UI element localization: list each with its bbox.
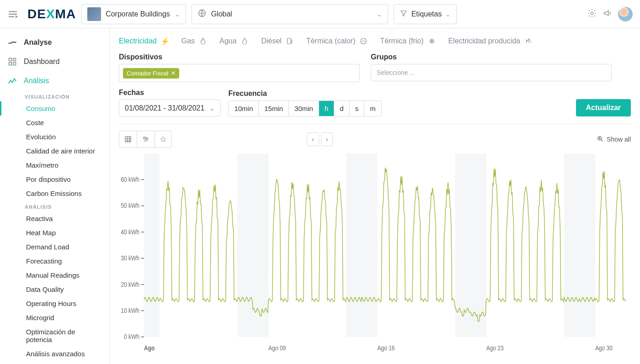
svg-text:Ago 23: Ago 23: [486, 344, 504, 352]
snow-icon: ❄: [427, 37, 437, 46]
svg-text:20 kWh: 20 kWh: [121, 281, 139, 288]
dispositivos-input[interactable]: Contador Fiscal ✕: [119, 64, 360, 82]
grupos-input[interactable]: Seleccione ...: [371, 64, 612, 81]
dispositivo-chip: Contador Fiscal ✕: [123, 68, 179, 79]
chart-prev-button[interactable]: ‹: [307, 132, 319, 146]
freq-d[interactable]: d: [334, 101, 349, 116]
settings-icon[interactable]: [587, 8, 597, 20]
svg-text:Ago 30: Ago 30: [595, 344, 613, 352]
sidebar-sub-evolución[interactable]: Evolución: [0, 130, 109, 144]
chart-nav: ‹ ›: [307, 132, 333, 146]
analisis-icon: [7, 76, 17, 86]
chart-tool-group: ☆: [119, 131, 172, 148]
tab-diesel[interactable]: Diésel: [261, 37, 294, 46]
date-range-select[interactable]: 01/08/2021 - 31/08/2021 ⌄: [119, 100, 221, 116]
vis-heading: VISUALIZACIÓN: [0, 90, 109, 101]
tab-electricidad-prod[interactable]: Electricidad producida: [448, 37, 533, 46]
chevron-down-icon: ⌄: [175, 11, 180, 18]
frecuencia-label: Frecuencia: [228, 90, 381, 98]
menu-toggle-icon[interactable]: [7, 9, 18, 20]
sidebar-sub-análisis-avanzados[interactable]: Análisis avanzados: [0, 347, 109, 361]
sidebar-consultas[interactable]: › Consultas: [0, 361, 109, 364]
chip-close-icon[interactable]: ✕: [171, 70, 176, 76]
svg-text:60 kWh: 60 kWh: [121, 176, 139, 183]
freq-h[interactable]: h: [319, 101, 334, 116]
tags-label: Etiquetas: [411, 10, 442, 18]
sidebar-analyse[interactable]: Analyse: [0, 33, 109, 52]
svg-rect-11: [144, 153, 160, 337]
sidebar-sub-operating-hours[interactable]: Operating Hours: [0, 296, 109, 311]
sidebar-sub-manual-readings[interactable]: Manual Readings: [0, 268, 109, 282]
svg-text:50 kWh: 50 kWh: [121, 202, 139, 209]
freq-10min[interactable]: 10min: [229, 101, 259, 116]
tab-electricidad[interactable]: Electricidad⚡: [119, 37, 170, 46]
sidebar-sub-demand-load[interactable]: Demand Load: [0, 240, 109, 254]
sidebar-sub-maxímetro[interactable]: Maxímetro: [0, 158, 109, 172]
show-all-button[interactable]: Show all: [597, 135, 631, 144]
tab-gas[interactable]: Gas: [181, 37, 208, 46]
svg-text:Ago 09: Ago 09: [268, 344, 286, 352]
sidebar-sub-calidad-de-aire-interior[interactable]: Calidad de aire interior: [0, 144, 109, 158]
grupos-label: Grupos: [371, 53, 612, 61]
svg-text:30 kWh: 30 kWh: [121, 254, 139, 262]
building-thumb: [87, 7, 101, 21]
sidebar-sub-por-dispositivo[interactable]: Por dispositivo: [0, 172, 109, 186]
topbar: DEXMA Corporate Buildings ⌄ Global ⌄ Eti…: [0, 0, 640, 28]
sidebar-sub-data-quality[interactable]: Data Quality: [0, 282, 109, 296]
chevron-down-icon: ⌄: [377, 11, 382, 18]
chart-next-button[interactable]: ›: [321, 132, 333, 146]
prod-icon: [524, 37, 533, 46]
sidebar-sub-reactiva[interactable]: Reactiva: [0, 211, 109, 226]
tab-termica-calor[interactable]: Térmica (calor): [306, 37, 368, 46]
actualizar-button[interactable]: Actualizar: [576, 99, 631, 116]
sidebar-sub-carbon-emissions[interactable]: Carbon Emissions: [0, 186, 109, 200]
sidebar: Analyse Dashboard Análisis VISUALIZACIÓN…: [0, 28, 110, 364]
sidebar-sub-consumo[interactable]: Consumo: [0, 101, 109, 116]
heat-icon: [359, 37, 368, 46]
energy-tabs: Electricidad⚡ Gas Agua Diésel Térmica (c…: [119, 37, 631, 46]
sidebar-sub-optimización-de-potencia[interactable]: Optimización de potencia: [0, 325, 109, 347]
share-icon[interactable]: [137, 131, 155, 148]
svg-text:Ago: Ago: [144, 344, 155, 352]
content: Electricidad⚡ Gas Agua Diésel Térmica (c…: [110, 28, 640, 364]
fuel-icon: [285, 37, 294, 46]
svg-point-9: [146, 137, 148, 140]
svg-rect-4: [9, 63, 12, 65]
announce-icon[interactable]: [603, 8, 613, 20]
tags-selector[interactable]: Etiquetas ⌄: [394, 4, 457, 24]
sidebar-sub-forecasting[interactable]: Forecasting: [0, 254, 109, 268]
drop-icon: [240, 37, 249, 46]
sidebar-sub-microgrid[interactable]: Microgrid: [0, 311, 109, 325]
svg-rect-13: [346, 153, 377, 337]
building-selector[interactable]: Corporate Buildings ⌄: [81, 4, 186, 24]
logo: DEXMA: [27, 7, 76, 21]
freq-30min[interactable]: 30min: [289, 101, 319, 116]
sidebar-sub-coste[interactable]: Coste: [0, 116, 109, 130]
sidebar-analisis[interactable]: Análisis: [0, 71, 109, 90]
svg-point-1: [591, 12, 593, 15]
grid-icon[interactable]: [119, 131, 137, 148]
tab-termica-frio[interactable]: Térmica (frio)❄: [380, 37, 436, 46]
filter-icon: [400, 9, 408, 19]
bolt-icon: ⚡: [160, 37, 170, 46]
sidebar-sub-heat-map[interactable]: Heat Map: [0, 226, 109, 240]
fechas-label: Fechas: [119, 89, 221, 97]
svg-text:40 kWh: 40 kWh: [121, 228, 139, 236]
star-icon[interactable]: ☆: [155, 131, 171, 148]
freq-s[interactable]: s: [350, 101, 365, 116]
ana-heading: ANÁLISIS: [0, 200, 109, 211]
avatar[interactable]: [618, 7, 633, 21]
svg-text:0 kWh: 0 kWh: [124, 333, 139, 340]
sidebar-dashboard[interactable]: Dashboard: [0, 52, 109, 71]
dispositivos-label: Dispositivos: [119, 53, 360, 61]
svg-rect-2: [9, 58, 12, 61]
freq-15min[interactable]: 15min: [259, 101, 289, 116]
svg-text:10 kWh: 10 kWh: [121, 307, 139, 314]
freq-m[interactable]: m: [364, 101, 381, 116]
zoom-icon: [597, 135, 604, 144]
svg-rect-15: [564, 153, 595, 337]
scope-selector[interactable]: Global ⌄: [192, 4, 388, 24]
tab-agua[interactable]: Agua: [219, 37, 249, 46]
analyse-icon: [7, 37, 17, 47]
building-label: Corporate Buildings: [106, 10, 170, 18]
